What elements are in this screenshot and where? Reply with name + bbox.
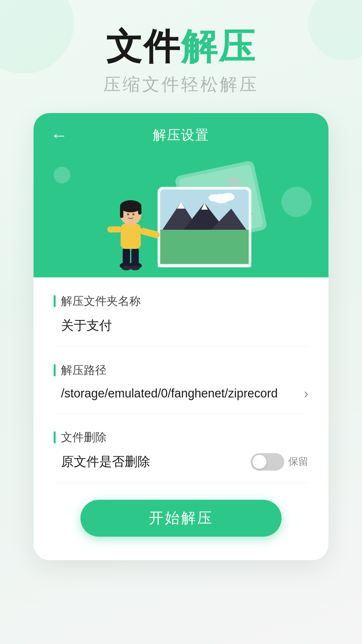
svg-rect-26 bbox=[107, 226, 122, 232]
start-button-area: 开始解压 bbox=[54, 483, 308, 540]
hero-title-area: 文件解压 压缩文件轻松解压 bbox=[103, 27, 259, 96]
svg-rect-30 bbox=[120, 206, 123, 218]
label-bar-delete bbox=[54, 431, 56, 443]
bg-decoration-circle-tl bbox=[0, 0, 74, 74]
card-body: 解压文件夹名称 关于支付 解压路径 /storage/emulated/0/fa… bbox=[34, 277, 328, 560]
svg-point-14 bbox=[221, 193, 235, 201]
page-container: 文件解压 压缩文件轻松解压 ← 解压设置 bbox=[0, 0, 362, 644]
start-extract-button[interactable]: 开始解压 bbox=[80, 500, 282, 537]
back-button[interactable]: ← bbox=[50, 126, 68, 144]
svg-point-22 bbox=[122, 266, 131, 270]
folder-name-label: 解压文件夹名称 bbox=[61, 293, 141, 309]
toggle-description: 原文件是否删除 bbox=[61, 453, 150, 470]
card-header: ← 解压设置 bbox=[34, 113, 328, 277]
section-file-delete: 文件删除 原文件是否删除 保留 bbox=[54, 414, 308, 483]
hero-title-line: 文件解压 bbox=[103, 27, 259, 67]
illustration-svg bbox=[60, 150, 302, 277]
main-card: ← 解压设置 bbox=[34, 113, 328, 560]
svg-rect-25 bbox=[139, 227, 160, 239]
hero-title-black: 文件 bbox=[106, 26, 181, 67]
svg-rect-16 bbox=[160, 230, 249, 265]
extract-path-value: /storage/emulated/0/fanghenet/ziprecord bbox=[61, 386, 301, 400]
toggle-keep-label: 保留 bbox=[288, 455, 308, 469]
svg-rect-31 bbox=[138, 206, 141, 215]
label-bar-path bbox=[54, 364, 56, 376]
folder-name-value: 关于支付 bbox=[54, 317, 308, 334]
toggle-container: 保留 bbox=[251, 453, 308, 471]
delete-toggle-switch[interactable] bbox=[251, 453, 284, 471]
section-label-path: 解压路径 bbox=[54, 363, 308, 378]
svg-point-33 bbox=[132, 213, 134, 215]
header-title: 解压设置 bbox=[153, 126, 209, 144]
hero-title-green: 解压 bbox=[181, 26, 256, 67]
bg-decoration-circle-tr bbox=[308, 0, 362, 60]
svg-point-15 bbox=[208, 194, 221, 202]
svg-rect-17 bbox=[158, 264, 251, 267]
chevron-right-icon: › bbox=[304, 386, 308, 401]
svg-point-23 bbox=[130, 266, 140, 270]
section-label-delete: 文件删除 bbox=[54, 430, 308, 445]
extract-path-row[interactable]: /storage/emulated/0/fanghenet/ziprecord … bbox=[54, 386, 308, 401]
toggle-row: 原文件是否删除 保留 bbox=[54, 453, 308, 471]
svg-point-32 bbox=[127, 213, 129, 215]
hero-subtitle: 压缩文件轻松解压 bbox=[103, 73, 259, 96]
file-delete-label: 文件删除 bbox=[61, 430, 107, 445]
extract-path-label: 解压路径 bbox=[61, 363, 107, 378]
section-extract-path: 解压路径 /storage/emulated/0/fanghenet/zipre… bbox=[54, 346, 308, 414]
section-label-folder: 解压文件夹名称 bbox=[54, 293, 308, 309]
svg-rect-24 bbox=[121, 224, 141, 249]
section-folder-name: 解压文件夹名称 关于支付 bbox=[54, 277, 308, 346]
label-bar-folder bbox=[54, 295, 56, 307]
card-header-nav: ← 解压设置 bbox=[50, 126, 312, 144]
